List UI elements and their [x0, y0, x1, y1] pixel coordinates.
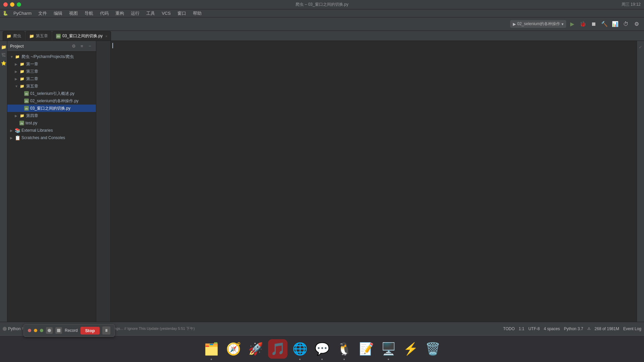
- run-button[interactable]: ▶: [568, 19, 577, 29]
- tree-label-f2: 02_selenium的各种操作.py: [30, 98, 78, 104]
- record-dot-yellow: [34, 329, 37, 332]
- project-menu-button[interactable]: ≡: [78, 43, 85, 50]
- menu-run[interactable]: 运行: [128, 10, 142, 17]
- menu-navigate[interactable]: 导航: [82, 10, 96, 17]
- run-config-selector[interactable]: ▶ 02_selenium的各种操作 ▾: [510, 20, 566, 28]
- right-icon-check[interactable]: ✓: [637, 44, 644, 50]
- tree-item-f2[interactable]: py 02_selenium的各种操作.py: [7, 97, 96, 105]
- pause-button[interactable]: ⏸: [102, 326, 110, 335]
- dock-thunder-icon: ⚡: [403, 342, 418, 356]
- menu-view[interactable]: 视图: [66, 10, 80, 17]
- tree-item-f1[interactable]: py 01_selenium引入概述.py: [7, 90, 96, 97]
- tree-arrow-ch1: ▶: [15, 62, 19, 66]
- run-config-icon: ▶: [513, 22, 516, 26]
- menu-edit[interactable]: 编辑: [51, 10, 65, 17]
- tab-ch5[interactable]: 📁 第五章: [25, 31, 52, 41]
- menu-code[interactable]: 代码: [97, 10, 111, 17]
- status-todo[interactable]: TODO: [503, 326, 515, 331]
- tree-label-f3: 03_窗口之间的切换.py: [30, 106, 70, 111]
- dock-trash-icon: 🗑️: [425, 342, 440, 356]
- dock-safari[interactable]: 🧭: [224, 339, 243, 359]
- tab-close-button[interactable]: ×: [105, 34, 107, 38]
- tree-arrow-extlibs: ▶: [10, 129, 15, 132]
- dock-thunder[interactable]: ⚡: [401, 339, 420, 359]
- project-gear-button[interactable]: ⚙: [70, 43, 77, 50]
- app-logo: 🐍: [3, 11, 8, 16]
- menu-window[interactable]: 窗口: [175, 10, 189, 17]
- tree-arrow-ch2: ▶: [15, 77, 19, 81]
- status-warning-icon: ⚠: [587, 326, 591, 331]
- tab-root[interactable]: 📁 爬虫: [3, 31, 25, 41]
- dock-chrome-icon: 🌐: [292, 342, 308, 356]
- window-controls[interactable]: [3, 2, 21, 7]
- editor-content[interactable]: [96, 41, 637, 322]
- tree-folder-icon-ch5: 📁: [19, 83, 25, 89]
- tree-label-extlibs: External Libraries: [21, 128, 53, 133]
- main-layout: 📁 🏗 ⭐ Project ⚙ ≡ − ▼ 📁 爬虫 ~/PycharmProj…: [0, 41, 644, 322]
- structure-icon[interactable]: 🏗: [0, 52, 7, 58]
- tree-item-ch2[interactable]: ▶ 📁 第二章: [7, 75, 96, 82]
- tab-current-file[interactable]: py 03_窗口之间的切换.py ×: [52, 31, 111, 41]
- tree-scratches-icon: 📋: [15, 135, 20, 140]
- status-python-label[interactable]: Python: [8, 326, 20, 331]
- tree-label-ch5: 第五章: [26, 83, 38, 89]
- dock-trash[interactable]: 🗑️: [423, 339, 442, 359]
- profile-button[interactable]: ⏱: [621, 19, 631, 29]
- favorites-icon[interactable]: ⭐: [0, 60, 7, 66]
- dock-pycharm[interactable]: 🖥️: [379, 339, 398, 359]
- menu-file[interactable]: 文件: [36, 10, 50, 17]
- tree-item-ch5[interactable]: ▼ 📁 第五章: [7, 82, 96, 90]
- minimize-button[interactable]: [10, 2, 14, 7]
- record-square-icon: [46, 327, 53, 334]
- dock-rocket[interactable]: 🚀: [246, 339, 265, 359]
- tree-item-ch1[interactable]: ▶ 📁 第一章: [7, 60, 96, 68]
- menu-tools[interactable]: 工具: [144, 10, 158, 17]
- editor-cursor: [112, 43, 113, 48]
- tree-arrow-root: ▼: [10, 55, 15, 59]
- tree-item-ch4[interactable]: ▶ 📁 第四章: [7, 112, 96, 119]
- dock-finder[interactable]: 🗂️: [202, 339, 221, 359]
- menu-pycharm[interactable]: PyCharm: [11, 10, 34, 16]
- record-widget: Record Stop ⏸: [23, 324, 115, 337]
- tree-arrow-ch3: ▶: [15, 70, 19, 73]
- dock-music[interactable]: 🎵: [268, 339, 287, 359]
- tree-arrow-ch4: ▶: [15, 114, 19, 118]
- side-panel-icons: 📁 🏗 ⭐: [0, 41, 7, 322]
- dock-chrome[interactable]: 🌐: [290, 339, 310, 359]
- stop-button[interactable]: Stop: [80, 327, 100, 335]
- menu-help[interactable]: 帮助: [190, 10, 204, 17]
- dock-qq[interactable]: 🐧: [334, 339, 354, 359]
- status-event-log[interactable]: Event Log: [623, 326, 641, 331]
- tree-item-ch3[interactable]: ▶ 📁 第三章: [7, 68, 96, 75]
- tree-item-test[interactable]: py test.py: [7, 119, 96, 127]
- tree-label-test: test.py: [25, 121, 37, 125]
- dock-typora[interactable]: 📝: [357, 339, 376, 359]
- maximize-button[interactable]: [17, 2, 21, 7]
- menu-vcs[interactable]: VCS: [159, 10, 173, 16]
- close-button[interactable]: [3, 2, 8, 7]
- record-dot-green: [40, 329, 43, 332]
- title-bar: 爬虫 – 03_窗口之间的切换.py 周三 19:12: [0, 0, 644, 9]
- project-panel: Project ⚙ ≡ − ▼ 📁 爬虫 ~/PycharmProjects/爬…: [7, 41, 96, 322]
- tree-item-extlibs[interactable]: ▶ 📚 External Libraries: [7, 127, 96, 134]
- project-header: Project ⚙ ≡ −: [7, 41, 96, 52]
- stop-toolbar-button[interactable]: ⏹: [589, 19, 598, 29]
- project-icon[interactable]: 📁: [0, 44, 7, 50]
- tree-item-root[interactable]: ▼ 📁 爬虫 ~/PycharmProjects/爬虫: [7, 53, 96, 60]
- dock-qq-icon: 🐧: [337, 342, 352, 356]
- tree-extlibs-icon: 📚: [15, 128, 20, 133]
- editor-area[interactable]: [96, 41, 637, 322]
- coverage-button[interactable]: 📊: [610, 19, 620, 29]
- tab-bar: 📁 爬虫 📁 第五章 py 03_窗口之间的切换.py ×: [0, 31, 644, 41]
- menu-refactor[interactable]: 重构: [113, 10, 127, 17]
- dock-wechat[interactable]: 💬: [312, 339, 332, 359]
- build-button[interactable]: 🔨: [600, 19, 609, 29]
- project-collapse-button[interactable]: −: [87, 43, 93, 50]
- settings-button[interactable]: ⚙: [632, 19, 641, 29]
- debug-button[interactable]: 🐞: [578, 19, 588, 29]
- tree-folder-icon-ch1: 📁: [19, 61, 25, 67]
- tree-item-scratches[interactable]: ▶ 📋 Scratches and Consoles: [7, 134, 96, 141]
- time-display: 周三 19:12: [622, 2, 641, 7]
- tree-item-f3[interactable]: py 03_窗口之间的切换.py: [7, 105, 96, 112]
- record-label: Record: [65, 328, 78, 333]
